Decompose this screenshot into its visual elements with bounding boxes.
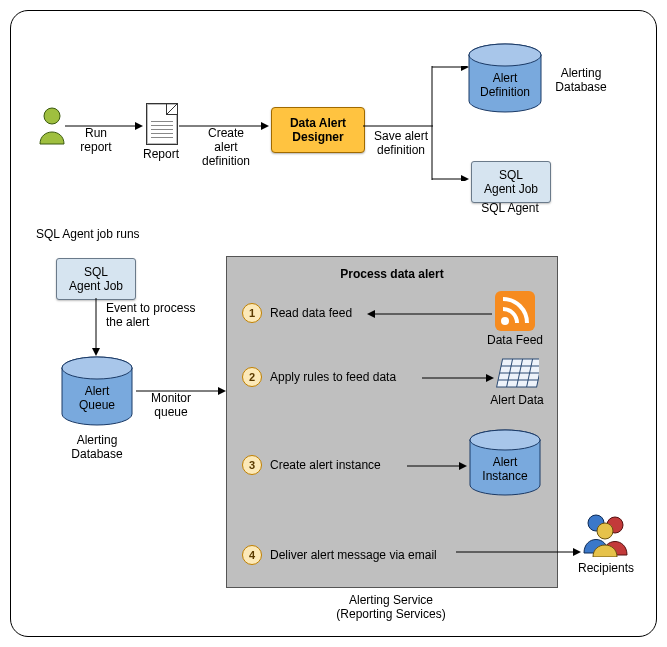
diagram-frame: Runreport Report Createalertdefinition D… [10,10,657,637]
sql-agent-job-bottom: SQLAgent Job [56,258,136,300]
svg-marker-24 [486,374,494,382]
sql-agent-job-top: SQLAgent Job [471,161,551,203]
step-2-row: 2 Apply rules to feed data [242,367,396,387]
step-4-label: Deliver alert message via email [270,548,437,562]
step-4-row: 4 Deliver alert message via email [242,545,437,565]
alert-definition-cylinder: AlertDefinition [466,43,544,115]
arrow-to-recipients [456,547,581,557]
recipients-icon [581,511,631,557]
step-3-row: 3 Create alert instance [242,455,381,475]
data-feed-label: Data Feed [485,333,545,347]
event-to-process-label: Event to processthe alert [106,301,216,329]
alert-queue-cylinder: AlertQueue [59,356,135,428]
monitor-queue-label: Monitorqueue [141,391,201,419]
svg-marker-18 [218,387,226,395]
alert-data-label: Alert Data [485,393,549,407]
alert-instance-text: AlertInstance [467,455,543,483]
svg-marker-37 [573,548,581,556]
data-feed-icon [495,291,535,331]
report-label: Report [136,147,186,161]
step-2-num: 2 [242,367,262,387]
svg-point-35 [470,430,540,450]
step-1-row: 1 Read data feed [242,303,352,323]
alerting-db-top-label: AlertingDatabase [551,66,611,94]
svg-point-12 [469,44,541,66]
data-alert-designer-box: Data AlertDesigner [271,107,365,153]
svg-marker-19 [367,310,375,318]
svg-rect-21 [495,291,535,331]
alert-definition-text: AlertDefinition [466,71,544,99]
sql-agent-job-top-text: SQLAgent Job [484,168,538,196]
svg-point-0 [44,108,60,124]
create-def-label: Createalertdefinition [191,126,261,168]
branch-lines [431,66,471,181]
svg-point-40 [597,523,613,539]
alerting-service-title: Process data alert [227,267,557,281]
svg-point-16 [62,357,132,379]
svg-marker-10 [461,175,469,181]
sql-agent-job-bottom-text: SQLAgent Job [69,265,123,293]
svg-marker-4 [261,122,269,130]
svg-point-22 [501,317,509,325]
arrow-1 [65,121,143,131]
report-icon [146,103,178,145]
arrow-instance [407,461,467,471]
svg-marker-33 [459,462,467,470]
alert-queue-text: AlertQueue [59,384,135,412]
svg-marker-2 [135,122,143,130]
save-def-label: Save alertdefinition [366,129,436,157]
arrow-job-to-queue [91,298,101,356]
arrow-alertdata [422,373,494,383]
arrow-datafeed [367,309,492,319]
job-runs-label: SQL Agent job runs [36,227,140,241]
user-icon [36,106,68,146]
recipients-label: Recipients [571,561,641,575]
step-3-label: Create alert instance [270,458,381,472]
alerting-db-bottom-label: AlertingDatabase [61,433,133,461]
alert-data-icon [495,357,539,391]
step-4-num: 4 [242,545,262,565]
step-1-label: Read data feed [270,306,352,320]
step-1-num: 1 [242,303,262,323]
alerting-service-panel: Process data alert 1 Read data feed Data… [226,256,558,588]
sql-agent-label: SQL Agent [471,201,549,215]
designer-text: Data AlertDesigner [290,116,346,144]
svg-marker-14 [92,348,100,356]
step-2-label: Apply rules to feed data [270,370,396,384]
step-3-num: 3 [242,455,262,475]
alerting-service-caption: Alerting Service(Reporting Services) [226,593,556,621]
alert-instance-cylinder: AlertInstance [467,429,543,499]
